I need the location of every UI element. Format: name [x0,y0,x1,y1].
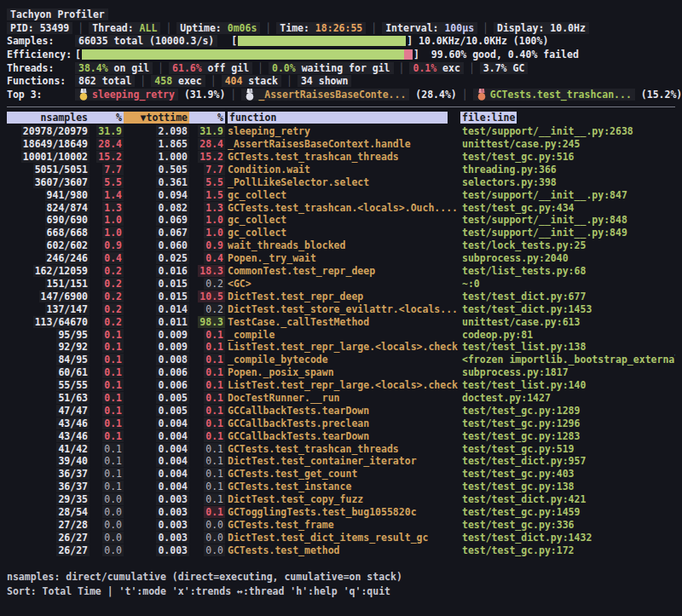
function-cell: GCCallbackTests.tearDown [225,405,460,417]
direct-pct-cell: 0.1 [90,379,124,391]
separator: │ [281,75,298,87]
table-row: 28/540.00.0030.1GCTogglingTests.test_bug… [7,506,675,519]
thread-value: ALL [140,22,158,34]
nsamples-cell: 246/246 [7,252,90,264]
direct-pct-cell: 7.7 [90,164,124,176]
column-header-direct-pct[interactable]: % [90,112,124,124]
tottime-cell: 2.098 [124,125,189,137]
cumulative-pct-cell: 1.0 [189,214,225,226]
tachyon-profiler-window: Tachyon Profiler PID: 53499 │ Thread: AL… [0,0,682,598]
threads-exc: 0.1% exc [409,62,463,74]
tottime-cell: 0.014 [124,303,189,315]
column-header-file-line[interactable]: file:line [460,112,675,124]
display-label: Display: [497,22,544,34]
nsamples-cell: 39/40 [7,455,90,467]
right-bracket: ] [407,35,413,47]
table-row: 668/6681.00.0671.0gc_collecttest/support… [7,227,675,239]
threads-off-gil-text: off gil [208,62,249,74]
function-cell: Popen._try_wait [225,252,460,264]
table-row: 43/460.10.0040.1GCCallbackTests.preclean… [7,417,675,429]
tottime-cell: 0.003 [124,519,189,531]
cumulative-pct-cell: 0.1 [189,405,225,417]
top3-item-3: GCTests.test_trashcan... [473,89,635,101]
direct-pct-cell: 0.1 [90,354,124,366]
tottime-cell: 0.003 [124,506,189,518]
table-row: 941/9801.40.0941.5gc_collecttest/support… [7,188,675,201]
file-line-cell: doctest.py:1427 [460,392,675,404]
functions-shown-value: 34 [301,75,313,87]
cumulative-pct-cell: 0.1 [189,481,225,492]
pid-field: PID: 53499 [7,22,72,34]
direct-pct-cell: 0.2 [90,291,124,302]
interval-label: Interval: [385,22,438,34]
functions-stack: 404 stack [222,75,281,87]
table-row: 824/8741.30.0821.3GCTests.test_trashcan.… [7,201,675,214]
top3-item-3-name: GCTests.test_trashcan... [490,89,632,101]
samples-label: Samples: [7,35,75,47]
table-row: 3607/36075.50.3615.5_PollLikeSelector.se… [7,176,675,188]
separator: │ [394,62,410,74]
function-cell: _compile [225,329,460,341]
function-cell: sleeping_retry [225,125,460,137]
function-cell: ListTest.test_repr_large.<locals>.check [225,379,460,391]
nsamples-cell: 95/95 [7,329,90,341]
table-row: 36/370.10.0040.1GCTests.test_instancetes… [7,481,675,493]
cumulative-pct-cell: 0.1 [189,493,225,505]
nsamples-cell: 43/46 [7,417,90,429]
cumulative-pct-cell: 0.1 [189,341,225,353]
efficiency-good-segment [82,49,404,60]
direct-pct-cell: 0.1 [90,329,124,341]
cumulative-pct-cell: 0.1 [189,329,225,341]
threads-waiting-value: 0.0% [272,62,296,74]
file-line-cell: test/test_gc.py:519 [460,443,675,455]
threads-on-gil: 38.4% on gil [75,62,153,74]
nsamples-cell: 28/54 [7,506,90,518]
footer: nsamples: direct/cumulative (direct=exec… [7,570,675,598]
direct-pct-cell: 0.2 [90,265,124,277]
separator: │ [464,62,480,74]
title-line: Tachyon Profiler [7,8,675,21]
nsamples-cell: 162/12059 [7,265,90,277]
thread-label: Thread: [92,22,133,34]
nsamples-cell: 113/64670 [7,316,90,328]
left-bracket: [ [231,35,237,47]
file-line-cell: test/support/__init__.py:849 [460,227,675,239]
separator: │ [260,22,276,34]
table-row: 26/270.00.0030.0GCTests.test_methodtest/… [7,544,675,556]
functions-total-text: total [102,75,132,87]
uptime-label: Uptime: [180,22,221,34]
function-cell: GCTogglingTests.test_bug1055820c [225,506,460,518]
nsamples-cell: 36/37 [7,468,90,480]
separator: │ [205,75,222,87]
cumulative-pct-cell: 28.4 [189,138,225,150]
column-header-tottime-sorted[interactable]: ▼tottime [124,112,189,124]
cumulative-pct-cell: 1.0 [189,227,225,239]
direct-pct-cell: 0.1 [90,455,124,467]
separator: │ [72,22,89,34]
tottime-cell: 0.006 [124,366,189,378]
direct-pct-cell: 0.0 [90,532,124,544]
tottime-cell: 0.069 [124,214,189,226]
direct-pct-cell: 0.2 [90,278,124,290]
tottime-cell: 1.865 [124,138,189,150]
file-line-cell: test/test_gc.py:1459 [460,506,675,518]
function-cell: GCTests.test_frame [225,519,460,531]
file-line-cell: test/test_dict.py:1432 [460,532,675,544]
file-line-cell: test/list_tests.py:68 [460,265,675,277]
column-header-function[interactable]: function [225,112,460,124]
cumulative-pct-cell: 15.2 [189,151,225,163]
direct-pct-cell: 0.0 [90,506,124,518]
table-row: 55/550.10.0060.1ListTest.test_repr_large… [7,379,675,392]
table-row: 162/120590.20.01618.3CommonTest.test_rep… [7,265,675,278]
pid-label: PID: [10,22,34,34]
file-line-cell: test/test_gc.py:138 [460,481,675,492]
function-cell: _AssertRaisesBaseContext.handle [225,138,460,150]
cumulative-pct-cell: 0.0 [189,519,225,531]
direct-pct-cell: 0.1 [90,405,124,417]
cumulative-pct-cell: 0.1 [189,366,225,378]
function-cell: GCTests.test_instance [225,481,460,492]
column-header-cumulative-pct[interactable]: % [189,112,225,124]
tottime-cell: 0.060 [124,239,189,251]
column-header-nsamples[interactable]: nsamples [7,112,90,124]
nsamples-cell: 47/47 [7,405,90,417]
